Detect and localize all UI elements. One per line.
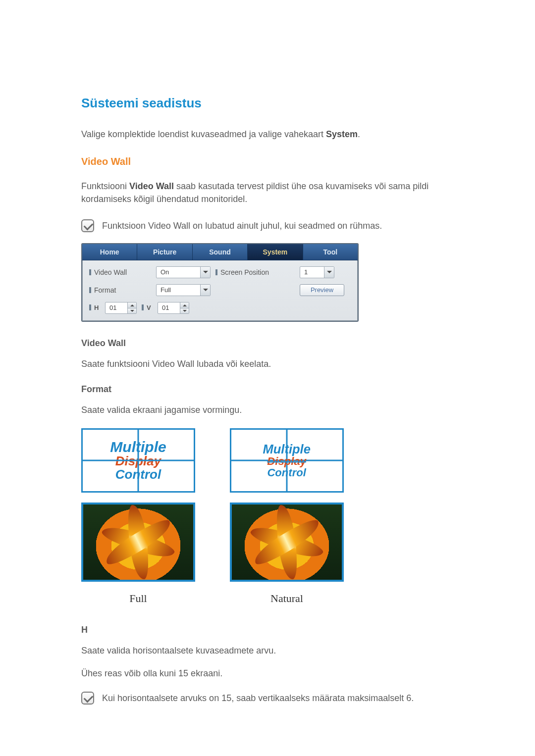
h-text-2: Ühes reas võib olla kuni 15 ekraani.	[81, 667, 454, 680]
panel-body: Video Wall On Screen Position 1 Format F…	[82, 260, 358, 321]
spinner-buttons[interactable]	[127, 302, 136, 313]
format-text: Saate valida ekraani jagamise vormingu.	[81, 403, 454, 416]
video-wall-value: On	[157, 267, 200, 278]
mdc-text: Multiple Display Control	[263, 442, 311, 478]
h-value: 01	[106, 302, 127, 313]
figure-natural-text: Multiple Display Control	[230, 428, 344, 493]
spinner-down-icon[interactable]	[128, 308, 136, 314]
h-note-text: Kui horisontaalsete arvuks on 15, saab v…	[102, 692, 414, 705]
spinner-buttons[interactable]	[180, 302, 189, 313]
vw-desc-bold: Video Wall	[129, 181, 174, 191]
format-figures: Multiple Display Control Multiple Displa…	[81, 428, 454, 493]
note-row: Funktsioon Video Wall on lubatud ainult …	[81, 219, 454, 232]
grid-full-mdc: Multiple Display Control	[81, 428, 195, 493]
vw-sub-bold: Video Wall	[152, 359, 194, 369]
screen-position-dropdown[interactable]: 1	[300, 266, 334, 278]
caption-row: Full Natural	[81, 591, 454, 606]
h-spinner[interactable]: 01	[105, 302, 137, 314]
spinner-up-icon[interactable]	[128, 302, 136, 308]
caption-full: Full	[81, 591, 195, 606]
intro-post: .	[358, 129, 360, 139]
vw-sub-pre: Saate funktsiooni	[81, 359, 152, 369]
caption-natural: Natural	[230, 591, 344, 606]
note-text: Funktsioon Video Wall on lubatud ainult …	[102, 219, 382, 232]
mdc-l1: Multiple	[263, 442, 311, 455]
chevron-down-icon[interactable]	[200, 267, 210, 278]
mdc-l3: Control	[263, 467, 311, 478]
flower-natural	[230, 503, 344, 582]
format-heading: Format	[81, 383, 454, 396]
grid-hline	[83, 459, 194, 461]
chevron-down-icon[interactable]	[324, 267, 334, 278]
screen-position-value: 1	[300, 267, 324, 278]
vw-note-pre: Funktsioon	[102, 221, 148, 231]
tab-bar: Home Picture Sound System Tool	[82, 244, 358, 260]
preview-button[interactable]: Preview	[300, 284, 344, 296]
intro-text: Valige komplektide loendist kuvaseadmed …	[81, 128, 454, 141]
hv-row: H 01 V 01	[89, 302, 211, 314]
note-icon	[81, 692, 94, 705]
video-wall-sub-heading: Video Wall	[81, 337, 454, 350]
h-text-1: Saate valida horisontaalsete kuvaseadmet…	[81, 644, 454, 657]
h-label: H	[89, 303, 100, 313]
grid-natural-mdc: Multiple Display Control	[230, 428, 344, 493]
tab-sound[interactable]: Sound	[193, 244, 248, 260]
vw-note-bold: Video Wall	[148, 221, 190, 231]
v-label: V	[142, 303, 153, 313]
tab-home[interactable]: Home	[82, 244, 137, 260]
chevron-down-icon[interactable]	[200, 285, 210, 296]
screen-position-label: Screen Position	[215, 267, 295, 277]
video-wall-dropdown[interactable]: On	[156, 266, 211, 278]
v-value: 01	[158, 302, 180, 313]
vw-note-post: on lubatud ainult juhul, kui seadmed on …	[190, 221, 382, 231]
note-row-h: Kui horisontaalsete arvuks on 15, saab v…	[81, 692, 454, 705]
tab-tool[interactable]: Tool	[303, 244, 358, 260]
flower-petal	[277, 505, 297, 579]
flower-full	[81, 503, 195, 582]
flower-row	[81, 503, 454, 582]
video-wall-sub-text: Saate funktsiooni Video Wall lubada või …	[81, 357, 454, 370]
format-dropdown[interactable]: Full	[156, 284, 211, 296]
video-wall-desc: Funktsiooni Video Wall saab kasutada ter…	[81, 180, 454, 205]
format-label: Format	[89, 285, 151, 295]
spinner-down-icon[interactable]	[180, 308, 189, 314]
intro-pre: Valige komplektide loendist kuvaseadmed …	[81, 129, 326, 139]
format-value: Full	[157, 285, 200, 296]
intro-bold: System	[326, 129, 358, 139]
mdc-l2: Display	[263, 455, 311, 467]
video-wall-label: Video Wall	[89, 267, 151, 277]
tab-system[interactable]: System	[248, 244, 303, 260]
vw-sub-post: lubada või keelata.	[194, 359, 271, 369]
spinner-up-icon[interactable]	[180, 302, 189, 308]
note-icon	[81, 219, 94, 232]
v-spinner[interactable]: 01	[158, 302, 189, 314]
video-wall-heading: Video Wall	[81, 154, 454, 169]
figure-full-text: Multiple Display Control	[81, 428, 195, 493]
page-title: Süsteemi seadistus	[81, 94, 454, 113]
system-panel: Home Picture Sound System Tool Video Wal…	[81, 243, 359, 322]
h-heading: H	[81, 623, 454, 636]
flower-petal	[128, 505, 148, 579]
vw-desc-pre: Funktsiooni	[81, 181, 129, 191]
tab-picture[interactable]: Picture	[137, 244, 192, 260]
